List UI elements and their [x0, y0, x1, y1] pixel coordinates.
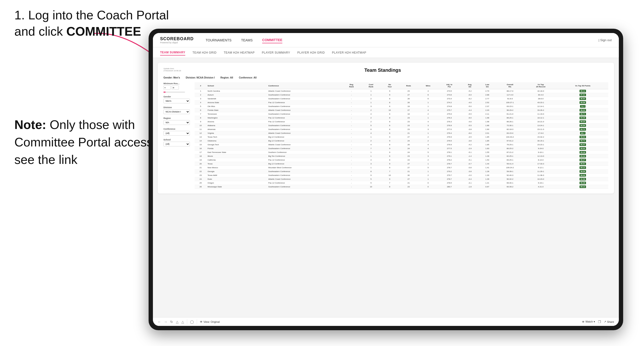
score-badge: 60.94 [580, 124, 586, 127]
table-cell: 23 [398, 154, 418, 158]
table-cell: 23 [398, 124, 418, 128]
table-cell: Pac-12 Conference [268, 120, 342, 124]
share-button[interactable]: ↗ Share [604, 320, 614, 323]
table-row: 26Mississippi StateSoutheastern Conferen… [194, 185, 608, 189]
toolbar-expand-icon[interactable]: ❐ [598, 320, 601, 324]
view-original-button[interactable]: 👁 View: Original [200, 320, 220, 323]
division-select[interactable]: NCAA Division I [164, 109, 190, 114]
toolbar-divider [187, 320, 187, 324]
toolbar-back-icon[interactable]: ← [158, 320, 161, 324]
score-cell: 65.23 [557, 120, 608, 124]
table-cell: -2.0 [461, 173, 479, 177]
table-cell: North Carolina [206, 89, 268, 93]
table-cell: Florida State [206, 108, 268, 112]
min-rounds-min-input[interactable] [164, 85, 171, 90]
table-row: 15Georgia TechAtlantic Coast Conference-… [194, 143, 608, 147]
sign-out[interactable]: | Sign out [598, 38, 612, 42]
table-cell: Atlantic Coast Conference [268, 143, 342, 147]
toolbar-forward-icon[interactable]: → [164, 320, 167, 324]
table-cell: 1.21 [479, 181, 496, 185]
region-select[interactable]: N/A [164, 120, 190, 125]
table-cell: - [342, 170, 362, 173]
bottom-toolbar: ← → ↻ △ △ ◯ 👁 View: Original 👁 Watch ▾ ❐… [153, 317, 619, 326]
standings-header: Update time: 27/03/2024 16:56:26 Team St… [164, 67, 608, 73]
sub-nav: TEAM SUMMARY TEAM H2H GRID TEAM H2H HEAT… [153, 47, 619, 58]
toolbar-refresh-icon[interactable]: ↻ [170, 320, 173, 324]
conference-select[interactable]: (All) [164, 131, 190, 136]
gender-select[interactable]: Men's [164, 99, 190, 103]
table-cell: Big 12 Conference [268, 135, 342, 139]
table-cell: 6 [381, 131, 399, 135]
score-cell: 66.91 [557, 162, 608, 166]
table-cell: 11-19-0 [524, 112, 557, 116]
table-cell: 8 [361, 170, 381, 173]
toolbar-share-small-icon[interactable]: △ [176, 320, 178, 324]
table-cell: 2.77 [479, 97, 496, 101]
table-cell: 6 [418, 93, 438, 97]
table-cell: 276.3 [438, 120, 461, 124]
table-cell: 9-24-0 [524, 147, 557, 151]
table-cell: 86-25-1 [496, 116, 524, 120]
table-cell: 24 [398, 147, 418, 151]
watch-button[interactable]: 👁 Watch ▾ [582, 320, 595, 323]
table-cell: - [342, 181, 362, 185]
table-cell: -5.5 [461, 112, 479, 116]
table-cell: Southeastern Conference [268, 97, 342, 101]
table-cell: 2 [361, 120, 381, 124]
table-cell: 280.7 [438, 185, 461, 189]
table-cell: 16 [194, 147, 206, 151]
table-cell: - [342, 93, 362, 97]
table-cell: 278.2 [438, 158, 461, 162]
table-cell: Southern Conference [268, 151, 342, 154]
table-cell: 1.85 [479, 135, 496, 139]
table-cell: Pac-12 Conference [268, 116, 342, 120]
filter-division-value: NCAA Division I [196, 76, 215, 79]
table-cell: -6.0 [461, 116, 479, 120]
score-badge: 68.03 [580, 109, 586, 112]
table-cell: Pac-12 Conference [268, 101, 342, 105]
score-badge: 71.7 [580, 105, 586, 108]
score-badge: 65.34 [580, 155, 586, 158]
table-cell: 275.9 [438, 112, 461, 116]
table-cell: - [342, 89, 362, 93]
table-cell: 21 [194, 166, 206, 170]
rounds-slider[interactable] [164, 92, 185, 93]
table-cell: 278.7 [438, 166, 461, 170]
table-cell: 1 [361, 93, 381, 97]
table-cell: -3.1 [461, 181, 479, 185]
nav-committee[interactable]: COMMITTEE [262, 37, 282, 43]
nav-tournaments[interactable]: TOURNAMENTS [206, 37, 232, 43]
subnav-player-h2h-grid[interactable]: PLAYER H2H GRID [297, 50, 325, 55]
table-cell: 27 [398, 135, 418, 139]
table-cell: Southeastern Conference [268, 185, 342, 189]
table-cell: 2.20 [479, 108, 496, 112]
table-cell: Atlantic Coast Conference [268, 89, 342, 93]
toolbar-clock-icon[interactable]: ◯ [190, 320, 194, 324]
subnav-team-h2h-heatmap[interactable]: TEAM H2H HEATMAP [224, 50, 254, 55]
subnav-team-h2h-grid[interactable]: TEAM H2H GRID [192, 50, 217, 55]
table-cell: -4.6 [461, 120, 479, 124]
toolbar-bookmark-icon[interactable]: △ [182, 320, 184, 324]
table-cell: 273.4 [438, 97, 461, 101]
table-cell: 33-26-2 [524, 108, 557, 112]
table-cell: 10 [194, 124, 206, 128]
gender-filter-label: Gender [164, 95, 190, 98]
table-cell: 4 [418, 120, 438, 124]
score-cell: 63.49 [557, 116, 608, 120]
table-cell: 104-43-2 [496, 135, 524, 139]
subnav-player-h2h-heatmap[interactable]: PLAYER H2H HEATMAP [332, 50, 366, 55]
table-cell: Oregon [206, 181, 268, 185]
table-row: 20TexasBig 12 Conference-39271278.7-0.71… [194, 162, 608, 166]
school-select[interactable]: (All) [164, 142, 190, 147]
nav-teams[interactable]: TEAMS [241, 37, 252, 43]
table-cell: 276.9 [438, 135, 461, 139]
table-cell: 26 [194, 185, 206, 189]
subnav-player-summary[interactable]: PLAYER SUMMARY [262, 50, 290, 55]
table-cell: 17-33-3 [524, 162, 557, 166]
table-cell: Texas Tech [206, 135, 268, 139]
table-cell: 96-29-2 [496, 108, 524, 112]
table-cell: 278.1 [438, 151, 461, 154]
table-cell: 1.90 [479, 128, 496, 131]
min-rounds-max-input[interactable] [172, 85, 179, 90]
subnav-team-summary[interactable]: TEAM SUMMARY [160, 50, 185, 55]
